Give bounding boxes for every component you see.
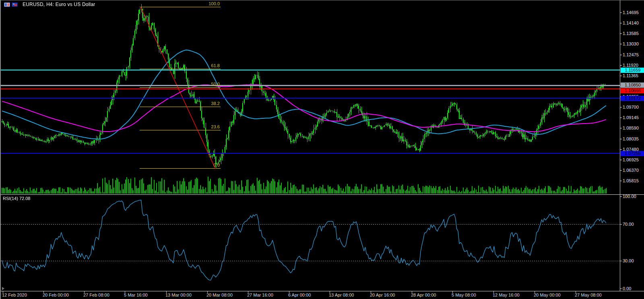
time-axis-label: 12 May 16:00 (493, 293, 520, 297)
price-axis-label: 1.14695 (623, 10, 639, 15)
chart-window-icon[interactable] (4, 2, 10, 7)
fib-level-label: 0.0 (188, 163, 220, 167)
price-axis-label: 1.05815 (623, 178, 639, 184)
chart-window: EURUSD, H4: Euro vs US Dollar 100.061.85… (0, 0, 644, 299)
price-axis[interactable]: 1.146951.141401.135851.130301.124751.119… (620, 0, 644, 291)
chart-title-bar: EURUSD, H4: Euro vs US Dollar (4, 2, 95, 7)
time-axis-label: 13 Mar 00:00 (165, 293, 192, 297)
time-axis-label: 6 Apr 00:00 (288, 293, 311, 297)
rsi-chart-canvas[interactable] (1, 195, 620, 291)
price-badge: 1.11659 (621, 68, 644, 73)
chart-title: EURUSD, H4: Euro vs US Dollar (23, 2, 95, 7)
time-axis-label: 27 May 08:00 (575, 293, 602, 297)
price-axis-label: 1.11365 (623, 73, 638, 78)
time-axis-label: 28 Apr 00:00 (411, 293, 436, 297)
price-axis-label: 1.14140 (623, 21, 639, 26)
price-axis-label: 1.08590 (623, 126, 639, 131)
price-badge: 1.10850 (621, 82, 644, 88)
time-axis-label: 20 Apr 16:00 (370, 293, 395, 297)
time-axis-label: 5 Mar 16:00 (124, 293, 148, 297)
price-axis-label: 1.09145 (623, 115, 639, 120)
price-chart-canvas[interactable] (1, 0, 620, 195)
fib-level-label: 61.8 (188, 63, 220, 68)
time-axis-label: 20 May 00:00 (534, 293, 561, 297)
rsi-axis-label: 70.00 (623, 222, 634, 227)
scroll-marker (2, 287, 4, 290)
price-axis-label: 1.09700 (623, 105, 639, 110)
time-axis-label: 13 Apr 08:00 (329, 293, 354, 297)
indicator-window-icon[interactable] (12, 2, 18, 7)
price-axis-label: 1.08035 (623, 136, 639, 142)
price-axis-label: 1.06925 (623, 157, 639, 163)
time-axis-label: 27 Mar 16:00 (247, 293, 273, 297)
time-axis-label: 5 May 08:00 (452, 293, 476, 297)
time-axis-label: 20 Feb 00:00 (43, 293, 69, 297)
price-axis-label: 1.12475 (623, 52, 639, 58)
time-axis-label: 12 Feb 2020 (2, 293, 27, 297)
price-badge: 1.07255 (621, 151, 644, 156)
time-axis-label: 20 Mar 08:00 (206, 293, 233, 297)
time-axis[interactable]: 12 Feb 202020 Feb 00:0027 Feb 08:005 Mar… (1, 291, 644, 299)
pane-splitter[interactable] (1, 194, 644, 195)
price-axis-label: 1.13030 (623, 41, 639, 47)
fib-level-label: 50.0 (188, 82, 220, 87)
fib-level-label: 23.6 (188, 124, 220, 129)
price-axis-label: 1.06370 (623, 168, 639, 173)
price-axis-label: 1.13585 (623, 31, 639, 36)
fib-level-label: 38.2 (188, 101, 220, 106)
fib-level-label: 100.0 (188, 1, 220, 6)
axis-border (620, 0, 620, 291)
time-axis-label: 27 Feb 08:00 (83, 293, 109, 297)
rsi-axis-label: 30.00 (623, 258, 634, 264)
price-badge: 1.10172 (621, 96, 644, 101)
price-badge: 1.10666 (621, 88, 644, 93)
rsi-indicator-label: RSI(14) 72.08 (3, 196, 30, 201)
